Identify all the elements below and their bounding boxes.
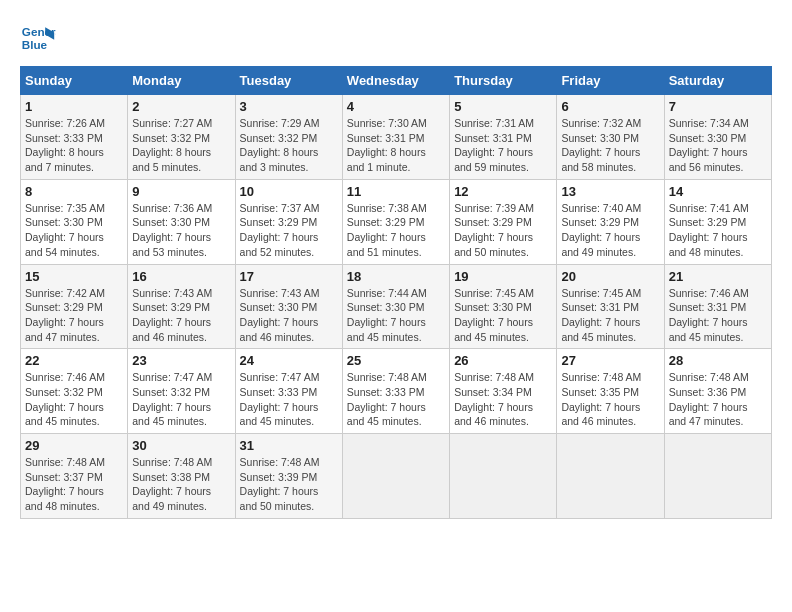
calendar-cell: 1Sunrise: 7:26 AM Sunset: 3:33 PM Daylig… [21,95,128,180]
calendar-cell: 17Sunrise: 7:43 AM Sunset: 3:30 PM Dayli… [235,264,342,349]
day-detail: Sunrise: 7:27 AM Sunset: 3:32 PM Dayligh… [132,116,230,175]
day-number: 19 [454,269,552,284]
calendar-table: SundayMondayTuesdayWednesdayThursdayFrid… [20,66,772,519]
calendar-cell: 24Sunrise: 7:47 AM Sunset: 3:33 PM Dayli… [235,349,342,434]
day-number: 4 [347,99,445,114]
week-row-1: 1Sunrise: 7:26 AM Sunset: 3:33 PM Daylig… [21,95,772,180]
weekday-header-wednesday: Wednesday [342,67,449,95]
day-number: 15 [25,269,123,284]
week-row-3: 15Sunrise: 7:42 AM Sunset: 3:29 PM Dayli… [21,264,772,349]
calendar-cell: 22Sunrise: 7:46 AM Sunset: 3:32 PM Dayli… [21,349,128,434]
calendar-cell [342,434,449,519]
calendar-cell: 2Sunrise: 7:27 AM Sunset: 3:32 PM Daylig… [128,95,235,180]
calendar-cell [557,434,664,519]
day-number: 24 [240,353,338,368]
day-detail: Sunrise: 7:41 AM Sunset: 3:29 PM Dayligh… [669,201,767,260]
day-detail: Sunrise: 7:45 AM Sunset: 3:31 PM Dayligh… [561,286,659,345]
calendar-cell: 4Sunrise: 7:30 AM Sunset: 3:31 PM Daylig… [342,95,449,180]
day-number: 10 [240,184,338,199]
calendar-cell: 18Sunrise: 7:44 AM Sunset: 3:30 PM Dayli… [342,264,449,349]
day-detail: Sunrise: 7:38 AM Sunset: 3:29 PM Dayligh… [347,201,445,260]
week-row-2: 8Sunrise: 7:35 AM Sunset: 3:30 PM Daylig… [21,179,772,264]
calendar-cell: 12Sunrise: 7:39 AM Sunset: 3:29 PM Dayli… [450,179,557,264]
calendar-cell: 6Sunrise: 7:32 AM Sunset: 3:30 PM Daylig… [557,95,664,180]
day-detail: Sunrise: 7:46 AM Sunset: 3:32 PM Dayligh… [25,370,123,429]
day-detail: Sunrise: 7:48 AM Sunset: 3:37 PM Dayligh… [25,455,123,514]
weekday-header-thursday: Thursday [450,67,557,95]
day-detail: Sunrise: 7:46 AM Sunset: 3:31 PM Dayligh… [669,286,767,345]
calendar-cell: 9Sunrise: 7:36 AM Sunset: 3:30 PM Daylig… [128,179,235,264]
calendar-cell: 16Sunrise: 7:43 AM Sunset: 3:29 PM Dayli… [128,264,235,349]
day-detail: Sunrise: 7:47 AM Sunset: 3:33 PM Dayligh… [240,370,338,429]
day-number: 31 [240,438,338,453]
day-number: 27 [561,353,659,368]
day-detail: Sunrise: 7:29 AM Sunset: 3:32 PM Dayligh… [240,116,338,175]
day-detail: Sunrise: 7:40 AM Sunset: 3:29 PM Dayligh… [561,201,659,260]
day-detail: Sunrise: 7:48 AM Sunset: 3:35 PM Dayligh… [561,370,659,429]
logo-icon: General Blue [20,20,56,56]
logo: General Blue [20,20,56,56]
day-detail: Sunrise: 7:44 AM Sunset: 3:30 PM Dayligh… [347,286,445,345]
day-number: 20 [561,269,659,284]
day-number: 16 [132,269,230,284]
day-number: 11 [347,184,445,199]
day-detail: Sunrise: 7:45 AM Sunset: 3:30 PM Dayligh… [454,286,552,345]
calendar-cell: 23Sunrise: 7:47 AM Sunset: 3:32 PM Dayli… [128,349,235,434]
day-number: 9 [132,184,230,199]
day-number: 28 [669,353,767,368]
calendar-cell: 28Sunrise: 7:48 AM Sunset: 3:36 PM Dayli… [664,349,771,434]
day-detail: Sunrise: 7:35 AM Sunset: 3:30 PM Dayligh… [25,201,123,260]
day-detail: Sunrise: 7:48 AM Sunset: 3:34 PM Dayligh… [454,370,552,429]
weekday-header-row: SundayMondayTuesdayWednesdayThursdayFrid… [21,67,772,95]
calendar-cell: 25Sunrise: 7:48 AM Sunset: 3:33 PM Dayli… [342,349,449,434]
day-number: 22 [25,353,123,368]
calendar-cell: 7Sunrise: 7:34 AM Sunset: 3:30 PM Daylig… [664,95,771,180]
day-detail: Sunrise: 7:36 AM Sunset: 3:30 PM Dayligh… [132,201,230,260]
weekday-header-tuesday: Tuesday [235,67,342,95]
day-number: 8 [25,184,123,199]
calendar-cell: 31Sunrise: 7:48 AM Sunset: 3:39 PM Dayli… [235,434,342,519]
day-number: 25 [347,353,445,368]
day-detail: Sunrise: 7:48 AM Sunset: 3:36 PM Dayligh… [669,370,767,429]
day-number: 26 [454,353,552,368]
calendar-cell: 10Sunrise: 7:37 AM Sunset: 3:29 PM Dayli… [235,179,342,264]
day-detail: Sunrise: 7:30 AM Sunset: 3:31 PM Dayligh… [347,116,445,175]
day-number: 23 [132,353,230,368]
calendar-cell: 5Sunrise: 7:31 AM Sunset: 3:31 PM Daylig… [450,95,557,180]
calendar-cell: 14Sunrise: 7:41 AM Sunset: 3:29 PM Dayli… [664,179,771,264]
calendar-cell: 29Sunrise: 7:48 AM Sunset: 3:37 PM Dayli… [21,434,128,519]
day-number: 29 [25,438,123,453]
calendar-cell: 11Sunrise: 7:38 AM Sunset: 3:29 PM Dayli… [342,179,449,264]
day-detail: Sunrise: 7:43 AM Sunset: 3:29 PM Dayligh… [132,286,230,345]
day-detail: Sunrise: 7:39 AM Sunset: 3:29 PM Dayligh… [454,201,552,260]
day-number: 17 [240,269,338,284]
day-number: 5 [454,99,552,114]
calendar-cell: 8Sunrise: 7:35 AM Sunset: 3:30 PM Daylig… [21,179,128,264]
calendar-cell: 30Sunrise: 7:48 AM Sunset: 3:38 PM Dayli… [128,434,235,519]
page-header: General Blue [20,20,772,56]
day-number: 30 [132,438,230,453]
day-detail: Sunrise: 7:48 AM Sunset: 3:38 PM Dayligh… [132,455,230,514]
weekday-header-sunday: Sunday [21,67,128,95]
weekday-header-friday: Friday [557,67,664,95]
week-row-4: 22Sunrise: 7:46 AM Sunset: 3:32 PM Dayli… [21,349,772,434]
day-detail: Sunrise: 7:47 AM Sunset: 3:32 PM Dayligh… [132,370,230,429]
day-detail: Sunrise: 7:37 AM Sunset: 3:29 PM Dayligh… [240,201,338,260]
calendar-cell: 21Sunrise: 7:46 AM Sunset: 3:31 PM Dayli… [664,264,771,349]
day-number: 6 [561,99,659,114]
day-detail: Sunrise: 7:43 AM Sunset: 3:30 PM Dayligh… [240,286,338,345]
day-detail: Sunrise: 7:32 AM Sunset: 3:30 PM Dayligh… [561,116,659,175]
calendar-cell: 3Sunrise: 7:29 AM Sunset: 3:32 PM Daylig… [235,95,342,180]
calendar-cell: 26Sunrise: 7:48 AM Sunset: 3:34 PM Dayli… [450,349,557,434]
calendar-cell: 19Sunrise: 7:45 AM Sunset: 3:30 PM Dayli… [450,264,557,349]
svg-text:Blue: Blue [22,38,48,51]
day-number: 1 [25,99,123,114]
calendar-cell: 27Sunrise: 7:48 AM Sunset: 3:35 PM Dayli… [557,349,664,434]
day-detail: Sunrise: 7:48 AM Sunset: 3:39 PM Dayligh… [240,455,338,514]
day-detail: Sunrise: 7:42 AM Sunset: 3:29 PM Dayligh… [25,286,123,345]
day-detail: Sunrise: 7:34 AM Sunset: 3:30 PM Dayligh… [669,116,767,175]
day-number: 14 [669,184,767,199]
day-number: 13 [561,184,659,199]
week-row-5: 29Sunrise: 7:48 AM Sunset: 3:37 PM Dayli… [21,434,772,519]
day-detail: Sunrise: 7:48 AM Sunset: 3:33 PM Dayligh… [347,370,445,429]
